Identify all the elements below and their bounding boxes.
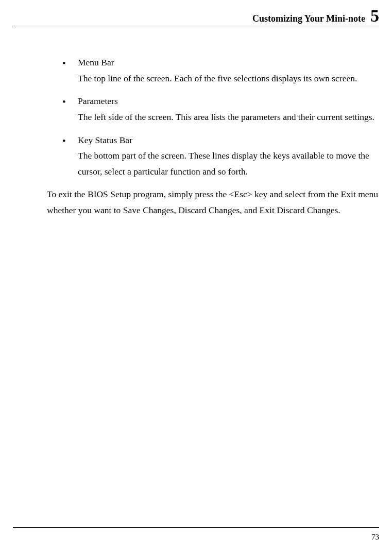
bullet-title: Key Status Bar: [78, 132, 384, 148]
exit-paragraph: To exit the BIOS Setup program, simply p…: [47, 186, 384, 218]
bullet-description: The left side of the screen. This area l…: [78, 109, 384, 125]
header-chapter-number: 5: [370, 6, 379, 25]
bullet-list: Menu Bar The top line of the screen. Eac…: [47, 55, 384, 179]
list-item: Parameters The left side of the screen. …: [62, 93, 384, 125]
header-title: Customizing Your Mini-note: [252, 13, 365, 24]
list-item: Key Status Bar The bottom part of the sc…: [62, 132, 384, 180]
bullet-description: The top line of the screen. Each of the …: [78, 71, 384, 86]
list-item: Menu Bar The top line of the screen. Eac…: [62, 55, 384, 86]
bullet-title: Menu Bar: [78, 55, 384, 71]
page-number: 73: [371, 533, 379, 541]
page-content: Menu Bar The top line of the screen. Eac…: [47, 55, 384, 218]
page-footer: 73: [13, 527, 379, 542]
page-header: Customizing Your Mini-note 5: [13, 7, 379, 26]
bullet-description: The bottom part of the screen. These lin…: [78, 148, 384, 179]
bullet-title: Parameters: [78, 93, 384, 109]
